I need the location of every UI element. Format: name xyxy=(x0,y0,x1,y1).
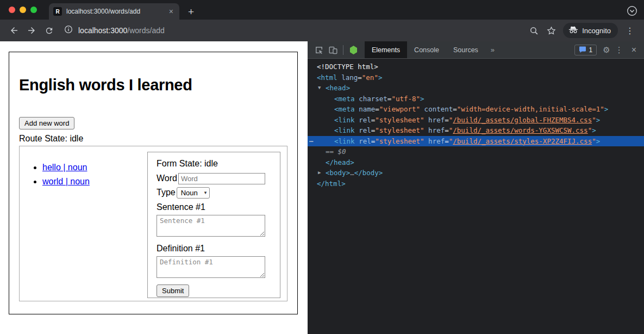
code-token: href xyxy=(424,116,445,124)
code-token: " xyxy=(592,116,596,124)
maximize-window-button[interactable] xyxy=(30,7,37,13)
code-token: <link xyxy=(334,137,355,145)
code-token: <link xyxy=(334,116,355,124)
collapse-arrow-icon[interactable]: ▼ xyxy=(318,83,321,94)
type-select[interactable]: Noun ▾ xyxy=(177,187,210,199)
devtools-tree: <!DOCTYPE html><html lang="en">▼<head><m… xyxy=(308,59,644,334)
device-toolbar-icon[interactable] xyxy=(326,43,340,57)
tab-search-icon[interactable] xyxy=(627,5,637,18)
devtools-node[interactable]: ▼<head> xyxy=(308,83,644,94)
code-token: href xyxy=(424,126,445,134)
devtools-node[interactable]: <html lang="en"> xyxy=(308,72,644,83)
expand-arrow-icon[interactable]: ▶ xyxy=(318,168,321,178)
incognito-icon xyxy=(568,26,578,35)
definition-textarea[interactable] xyxy=(157,256,265,278)
code-token: "utf-8" xyxy=(391,95,420,103)
code-token: <body> xyxy=(326,169,350,177)
code-token: lang xyxy=(337,73,358,82)
app-container: English words I learned Add new word Rou… xyxy=(9,52,298,314)
code-token: <!DOCTYPE html> xyxy=(317,63,378,71)
code-token: = xyxy=(358,73,362,82)
code-token: = xyxy=(453,105,457,113)
browser-tab-strip: R localhost:3000/words/add × + xyxy=(0,0,644,20)
word-link-hello[interactable]: hello | noun xyxy=(42,163,87,172)
devtools-node[interactable]: <link rel="stylesheet" href="/build/_ass… xyxy=(308,115,644,126)
code-token: </body> xyxy=(354,169,383,177)
zoom-icon[interactable] xyxy=(526,23,541,38)
code-token: </head> xyxy=(326,158,354,166)
forward-icon[interactable] xyxy=(24,23,39,38)
issues-button[interactable]: 1 xyxy=(574,45,597,55)
remix-favicon-icon: R xyxy=(53,7,62,16)
code-token: rel xyxy=(355,137,371,145)
sentence-label: Sentence #1 xyxy=(157,202,271,212)
site-info-icon[interactable] xyxy=(64,25,73,36)
url-text[interactable]: localhost:3000/words/add xyxy=(78,26,165,35)
code-token: … xyxy=(350,169,354,177)
settings-gear-icon[interactable]: ⚙ xyxy=(603,45,610,55)
inspect-element-icon[interactable] xyxy=(312,43,326,57)
words-panel: hello | noun world | noun Form State: id… xyxy=(19,146,287,301)
code-token: = xyxy=(445,137,449,145)
tab-close-icon[interactable]: × xyxy=(167,7,175,16)
bookmark-star-icon[interactable] xyxy=(543,23,559,38)
code-token: == xyxy=(326,147,338,156)
code-token: name xyxy=(355,105,376,113)
code-token: "stylesheet" xyxy=(375,126,424,134)
code-token: <link xyxy=(334,126,355,134)
code-token: $0 xyxy=(338,147,346,156)
list-item: hello | noun xyxy=(42,163,147,172)
type-select-value: Noun xyxy=(181,189,198,197)
code-token: > xyxy=(596,137,601,145)
tab-sources[interactable]: Sources xyxy=(446,41,485,58)
code-token: <meta xyxy=(334,95,355,103)
page-title: English words I learned xyxy=(19,76,287,94)
code-token: <head> xyxy=(326,84,350,92)
devtools-node[interactable]: <meta charset="utf-8"> xyxy=(308,94,644,104)
toolbar-divider xyxy=(343,45,343,55)
devtools-node[interactable]: </html> xyxy=(308,178,644,189)
new-tab-button[interactable]: + xyxy=(186,7,196,17)
list-item: world | noun xyxy=(42,177,147,187)
code-token: > xyxy=(420,95,424,103)
devtools-node[interactable]: <link rel="stylesheet" href="/build/_ass… xyxy=(308,125,644,136)
code-token: content xyxy=(420,105,453,113)
issues-bubble-icon xyxy=(579,46,586,53)
devtools-node[interactable]: ▶<body>…</body> xyxy=(308,168,644,178)
code-token: " xyxy=(592,137,596,145)
add-new-word-button[interactable]: Add new word xyxy=(19,117,74,129)
tab-elements[interactable]: Elements xyxy=(365,41,407,58)
word-link-world[interactable]: world | noun xyxy=(42,177,90,186)
back-icon[interactable] xyxy=(7,23,22,38)
devtools-menu-icon[interactable]: ⋮ xyxy=(612,45,627,55)
code-token: = xyxy=(445,116,449,124)
code-token: = xyxy=(445,126,449,134)
code-token: charset xyxy=(355,95,387,103)
sentence-textarea[interactable] xyxy=(157,215,265,237)
tab-console[interactable]: Console xyxy=(407,41,446,58)
submit-button[interactable]: Submit xyxy=(157,284,189,297)
browser-tab[interactable]: R localhost:3000/words/add × xyxy=(49,3,179,20)
content-area: English words I learned Add new word Rou… xyxy=(0,41,644,334)
word-input[interactable] xyxy=(178,173,265,184)
minimize-window-button[interactable] xyxy=(20,7,26,13)
devtools-node[interactable]: </head> xyxy=(308,157,644,168)
devtools-close-icon[interactable]: × xyxy=(628,45,640,55)
devtools-tabs: Elements Console Sources xyxy=(365,41,485,58)
issues-count: 1 xyxy=(589,46,593,54)
code-token: "width=device-width,initial-scale=1" xyxy=(457,105,604,113)
code-token: "stylesheet" xyxy=(375,137,424,145)
more-tabs-icon[interactable]: » xyxy=(485,46,500,54)
address-bar[interactable]: localhost:3000/words/add xyxy=(59,25,524,36)
devtools-node[interactable]: <!DOCTYPE html> xyxy=(308,61,644,72)
devtools-node[interactable]: ⋯<link rel="stylesheet" href="/build/_as… xyxy=(308,136,644,147)
reload-icon[interactable] xyxy=(41,23,57,38)
close-window-button[interactable] xyxy=(9,7,15,13)
node-menu-icon[interactable]: ⋯ xyxy=(309,136,314,147)
devtools-node[interactable]: <meta name="viewport" content="width=dev… xyxy=(308,104,644,115)
code-token: = xyxy=(375,105,379,113)
devtools-node[interactable]: == $0 xyxy=(308,146,644,157)
browser-menu-icon[interactable]: ⋮ xyxy=(622,26,637,36)
node-devtools-icon[interactable] xyxy=(346,43,360,57)
submit-row: Submit xyxy=(157,284,271,297)
